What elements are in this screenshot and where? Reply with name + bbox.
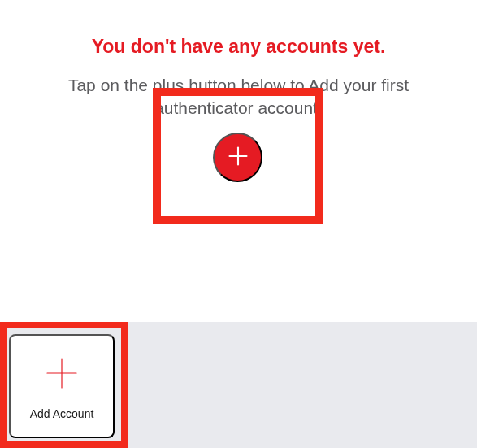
plus-thin-icon [46,357,78,389]
add-account-card-button[interactable]: Add Account [9,334,115,438]
add-account-label: Add Account [30,407,94,420]
main-content-area: You don't have any accounts yet. Tap on … [0,0,477,322]
bottom-toolbar-area: Add Account [0,322,477,448]
empty-state-title: You don't have any accounts yet. [0,0,477,74]
tutorial-highlight-center [153,88,323,224]
